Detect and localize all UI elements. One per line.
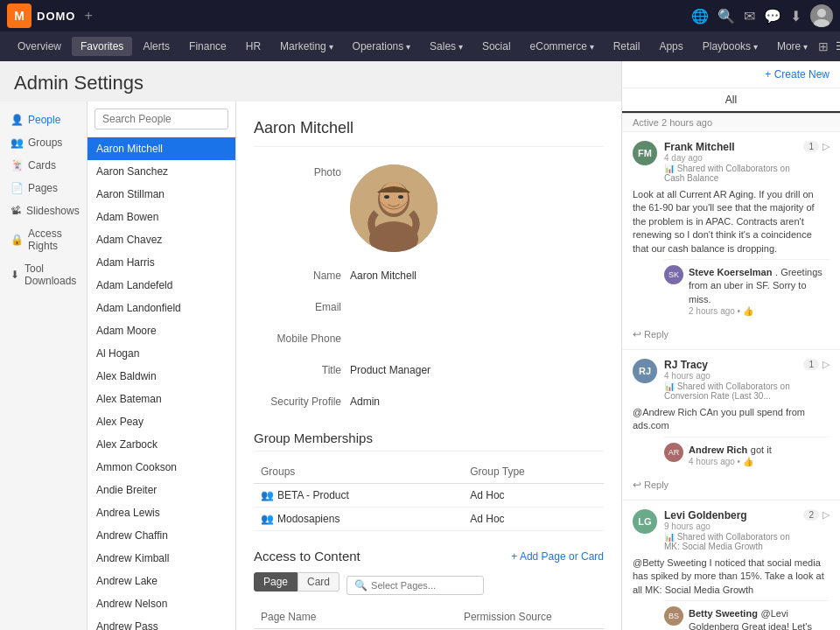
page-toggle-btn[interactable]: Page xyxy=(254,572,298,592)
security-label: Security Profile xyxy=(254,390,341,413)
globe-icon[interactable]: 🌐 xyxy=(691,8,709,24)
people-item[interactable]: Adam Landefeld xyxy=(88,274,235,297)
pages-table: Page Name Permission Source AlertsModosa… xyxy=(254,606,604,630)
people-item[interactable]: Aaron Sanchez xyxy=(88,160,235,183)
nav-operations[interactable]: Operations xyxy=(344,37,419,56)
people-item[interactable]: Ammon Cookson xyxy=(88,456,235,479)
reply-button[interactable]: ↩ Reply xyxy=(633,479,830,491)
sidebar-item-people[interactable]: 👤 People xyxy=(0,108,87,131)
people-item[interactable]: Adam Landonfield xyxy=(88,297,235,319)
people-item[interactable]: Adam Harris xyxy=(88,251,235,274)
add-page-button[interactable]: + Add Page or Card xyxy=(511,550,604,563)
people-item[interactable]: Adam Bowen xyxy=(88,206,235,228)
group-name: 👥BETA - Product xyxy=(254,484,463,508)
domo-logo[interactable]: M xyxy=(7,4,32,28)
buzz-sub-item: BS Betty Sweeting @Levi Goldenberg Great… xyxy=(664,606,830,630)
mobile-label: Mobile Phone xyxy=(254,327,341,350)
profile-avatar xyxy=(350,164,438,252)
people-item[interactable]: Andie Breiter xyxy=(88,479,235,501)
people-item[interactable]: Alex Baldwin xyxy=(88,365,235,388)
nav-ecommerce[interactable]: eCommerce xyxy=(522,37,603,56)
people-item[interactable]: Alex Bateman xyxy=(88,388,235,410)
nav-overview[interactable]: Overview xyxy=(9,37,70,56)
download-icon[interactable]: ⬇ xyxy=(790,8,802,24)
people-item[interactable]: Andrew Nelson xyxy=(88,592,235,615)
buzz-item: FM Frank Mitchell 4 day ago 📊 Shared wit… xyxy=(622,132,840,350)
people-item[interactable]: Aaron Mitchell xyxy=(88,137,235,160)
buzz-more-icon[interactable]: ▷ xyxy=(822,141,830,152)
people-item[interactable]: Adam Chavez xyxy=(88,228,235,251)
nav-sales[interactable]: Sales xyxy=(421,37,472,56)
nav-finance[interactable]: Finance xyxy=(180,37,235,56)
search-input[interactable] xyxy=(94,108,228,130)
nav-favorites[interactable]: Favorites xyxy=(72,37,132,56)
nav-playbooks[interactable]: Playbooks xyxy=(694,37,766,56)
buzz-tab-all[interactable]: All xyxy=(622,88,840,113)
buzz-more-icon[interactable]: ▷ xyxy=(822,359,830,370)
menu-button[interactable]: ☰ Menu xyxy=(836,40,840,52)
nav-retail[interactable]: Retail xyxy=(605,37,649,56)
people-item[interactable]: Andrew Kimball xyxy=(88,547,235,570)
user-avatar[interactable] xyxy=(810,4,833,27)
reply-icon: ↩ xyxy=(633,479,641,491)
buzz-sub-item: SK Steve Koerselman . Greetings from an … xyxy=(664,265,830,316)
pages-icon: 📄 xyxy=(10,182,23,194)
nav-apps[interactable]: Apps xyxy=(650,37,691,56)
people-item[interactable]: Andrew Pass xyxy=(88,615,235,630)
email-value xyxy=(350,296,604,318)
people-item[interactable]: Adam Moore xyxy=(88,319,235,342)
nav-social[interactable]: Social xyxy=(473,37,520,56)
people-list: Aaron MitchellAaron SanchezAaron Stillma… xyxy=(88,102,236,630)
people-item[interactable]: Andrea Lewis xyxy=(88,501,235,524)
nav-hr[interactable]: HR xyxy=(237,37,270,56)
email-label: Email xyxy=(254,296,341,318)
search-small-icon: 🔍 xyxy=(354,579,368,592)
buzz-count: 1 xyxy=(803,141,819,152)
svg-point-6 xyxy=(384,195,389,199)
people-item[interactable]: Alex Peay xyxy=(88,410,235,433)
nav-alerts[interactable]: Alerts xyxy=(134,37,178,56)
card-toggle-btn[interactable]: Card xyxy=(298,572,340,592)
buzz-meta: Frank Mitchell 4 day ago 📊 Shared with C… xyxy=(664,141,796,183)
sidebar-item-access-rights[interactable]: 🔒 Access Rights xyxy=(0,222,87,257)
col-groups: Groups xyxy=(254,460,463,484)
buzz-actions: 2 ▷ xyxy=(803,509,830,521)
name-label: Name xyxy=(254,264,341,287)
create-new-button[interactable]: + Create New xyxy=(765,68,830,80)
sub-name: Steve Koerselman xyxy=(689,267,772,277)
page-card-toggle: Page Card xyxy=(254,572,340,592)
buzz-count: 1 xyxy=(803,359,819,370)
people-icon: 👤 xyxy=(10,114,23,126)
grid-icon[interactable]: ⊞ xyxy=(818,39,829,53)
people-item[interactable]: Aaron Stillman xyxy=(88,183,235,206)
email-icon[interactable]: ✉ xyxy=(744,8,755,24)
buzz-avatar: RJ xyxy=(633,359,657,383)
sidebar-item-groups[interactable]: 👥 Groups xyxy=(0,131,87,154)
buzz-feed: FM Frank Mitchell 4 day ago 📊 Shared wit… xyxy=(622,132,840,630)
sidebar-item-tool-downloads[interactable]: ⬇ Tool Downloads xyxy=(0,257,87,292)
buzz-item: LG Levi Goldenberg 9 hours ago 📊 Shared … xyxy=(622,500,840,630)
table-row: 👥ModosapiensAd Hoc xyxy=(254,508,604,531)
people-item[interactable]: Alex Zarbock xyxy=(88,433,235,456)
left-sidebar: 👤 People 👥 Groups 🃏 Cards 📄 Pages 📽 xyxy=(0,102,88,630)
title-value: Product Manager xyxy=(350,359,604,382)
reply-button[interactable]: ↩ Reply xyxy=(633,328,830,340)
people-item[interactable]: Andrew Lake xyxy=(88,570,235,592)
chat-icon[interactable]: 💬 xyxy=(764,8,781,24)
people-item[interactable]: Andrew Chaffin xyxy=(88,524,235,547)
sidebar-item-slideshows[interactable]: 📽 Slideshows xyxy=(0,200,87,222)
nav-more[interactable]: More xyxy=(768,37,816,56)
lock-icon: 🔒 xyxy=(10,234,23,246)
nav-marketing[interactable]: Marketing xyxy=(271,37,341,56)
sidebar-item-cards[interactable]: 🃏 Cards xyxy=(0,154,87,177)
buzz-name: RJ Tracy xyxy=(664,359,796,371)
buzz-time: 4 day ago xyxy=(664,153,796,163)
search-icon[interactable]: 🔍 xyxy=(718,8,735,24)
page-search-input[interactable] xyxy=(371,580,476,591)
buzz-more-icon[interactable]: ▷ xyxy=(822,509,830,521)
sub-name: Andrew Rich xyxy=(689,444,747,455)
people-item[interactable]: Al Hogan xyxy=(88,342,235,365)
buzz-avatar: LG xyxy=(633,509,657,534)
groups-table: Groups Group Type 👥BETA - ProductAd Hoc👥… xyxy=(254,460,604,531)
sidebar-item-pages[interactable]: 📄 Pages xyxy=(0,177,87,200)
